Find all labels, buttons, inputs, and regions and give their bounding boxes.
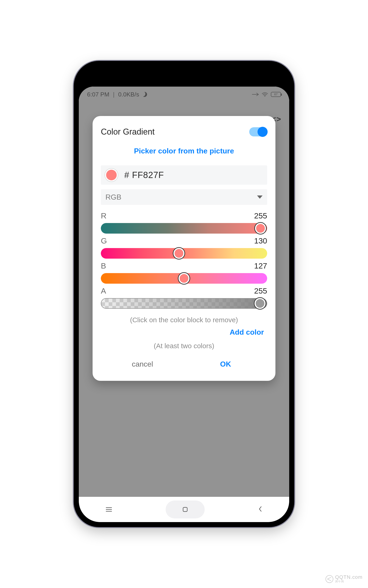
watermark-brand: QQTN [335, 574, 351, 580]
color-swatch[interactable] [105, 169, 118, 182]
add-color-button[interactable]: Add color [101, 328, 267, 337]
nav-home-button[interactable] [166, 500, 205, 518]
watermark: QQTN.com 腾牛网 [325, 574, 362, 583]
watermark-logo-icon [325, 575, 333, 583]
channel-g-label: G [101, 236, 107, 245]
hint-remove: (Click on the color block to remove) [101, 316, 267, 324]
hint-min-colors: (At least two colors) [101, 342, 267, 350]
nav-recents-button[interactable] [105, 505, 112, 514]
channel-b-label: B [101, 261, 106, 270]
color-gradient-dialog: Color Gradient Picker color from the pic… [92, 116, 276, 381]
svg-rect-1 [183, 507, 187, 512]
dialog-header: Color Gradient [101, 127, 267, 137]
phone-frame: 6:07 PM | 0.0KB/s 67 [74, 61, 294, 527]
phone-inner: 6:07 PM | 0.0KB/s 67 [79, 66, 289, 522]
slider-b[interactable] [101, 273, 267, 284]
slider-thumb-a[interactable] [255, 298, 266, 309]
watermark-sub: 腾牛网 [335, 580, 362, 583]
current-color-row: # FF827F [101, 165, 267, 185]
channel-a-value: 255 [254, 286, 267, 295]
chevron-down-icon [257, 195, 263, 199]
slider-thumb-b[interactable] [178, 273, 190, 284]
picker-from-picture-link[interactable]: Picker color from the picture [101, 147, 267, 155]
system-nav-bar [79, 497, 289, 522]
color-mode-label: RGB [105, 193, 121, 202]
screen: 6:07 PM | 0.0KB/s 67 [79, 87, 289, 522]
nav-back-button[interactable] [258, 505, 263, 514]
dialog-title: Color Gradient [101, 127, 155, 137]
hex-value[interactable]: # FF827F [124, 170, 164, 180]
channel-g: G 130 [101, 236, 267, 259]
slider-g[interactable] [101, 248, 267, 259]
slider-thumb-g[interactable] [174, 248, 184, 259]
gradient-toggle[interactable] [249, 127, 267, 137]
channel-g-value: 130 [254, 236, 267, 245]
channel-a: A 255 [101, 286, 267, 309]
cancel-button[interactable]: cancel [101, 356, 184, 372]
slider-a[interactable] [101, 298, 267, 309]
watermark-suffix: .com [350, 574, 362, 580]
dialog-actions: cancel OK [101, 356, 267, 372]
channel-r: R 255 [101, 211, 267, 234]
ok-button[interactable]: OK [184, 356, 267, 372]
channel-b-value: 127 [254, 261, 267, 270]
channel-b: B 127 [101, 261, 267, 284]
slider-r[interactable] [101, 223, 267, 234]
channel-r-value: 255 [254, 211, 267, 220]
channel-r-label: R [101, 211, 107, 220]
slider-thumb-r[interactable] [255, 223, 266, 234]
channel-a-label: A [101, 286, 106, 295]
color-mode-select[interactable]: RGB [101, 189, 267, 205]
